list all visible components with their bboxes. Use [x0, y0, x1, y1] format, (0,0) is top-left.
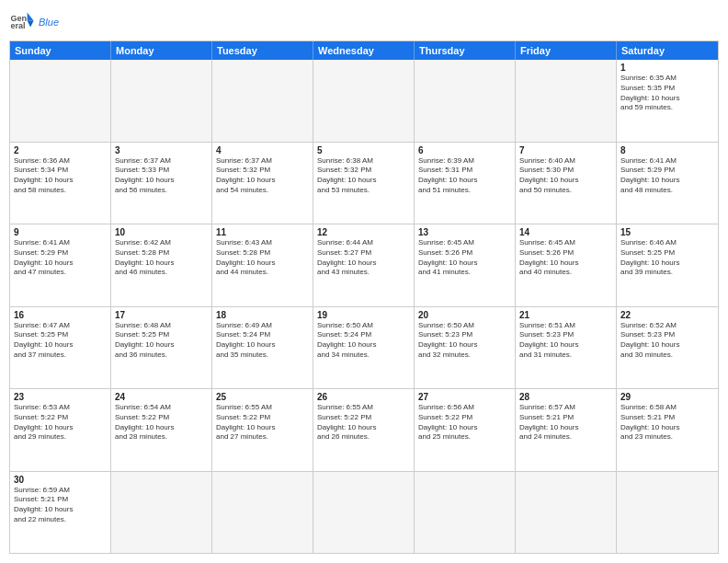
day-info: Sunrise: 6:58 AM Sunset: 5:21 PM Dayligh… [620, 403, 714, 442]
day-number: 17 [115, 310, 208, 320]
day-info: Sunrise: 6:52 AM Sunset: 5:23 PM Dayligh… [620, 321, 714, 361]
day-number: 2 [14, 145, 107, 155]
svg-marker-2 [28, 13, 34, 21]
day-cell-10: 10Sunrise: 6:42 AM Sunset: 5:28 PM Dayli… [111, 224, 212, 306]
day-cell-15: 15Sunrise: 6:46 AM Sunset: 5:25 PM Dayli… [617, 224, 718, 306]
day-number: 9 [14, 227, 107, 237]
header-day-saturday: Saturday [617, 41, 718, 60]
day-info: Sunrise: 6:50 AM Sunset: 5:24 PM Dayligh… [317, 321, 410, 361]
logo-icon: Gen eral [9, 9, 35, 35]
empty-cell [415, 472, 516, 554]
calendar-row-3: 16Sunrise: 6:47 AM Sunset: 5:25 PM Dayli… [10, 307, 718, 390]
day-info: Sunrise: 6:51 AM Sunset: 5:23 PM Dayligh… [519, 321, 612, 361]
day-number: 11 [216, 227, 309, 237]
empty-cell [516, 60, 617, 142]
day-number: 29 [620, 392, 714, 402]
day-info: Sunrise: 6:36 AM Sunset: 5:34 PM Dayligh… [14, 156, 107, 196]
calendar-row-2: 9Sunrise: 6:41 AM Sunset: 5:29 PM Daylig… [10, 224, 718, 307]
day-cell-17: 17Sunrise: 6:48 AM Sunset: 5:25 PM Dayli… [111, 307, 212, 389]
day-number: 25 [216, 392, 309, 402]
day-number: 10 [115, 227, 208, 237]
day-cell-23: 23Sunrise: 6:53 AM Sunset: 5:22 PM Dayli… [10, 389, 111, 471]
day-info: Sunrise: 6:55 AM Sunset: 5:22 PM Dayligh… [317, 403, 410, 442]
day-info: Sunrise: 6:42 AM Sunset: 5:28 PM Dayligh… [115, 238, 208, 278]
day-number: 13 [418, 227, 511, 237]
header-day-wednesday: Wednesday [313, 41, 415, 60]
day-cell-28: 28Sunrise: 6:57 AM Sunset: 5:21 PM Dayli… [516, 389, 617, 471]
day-number: 28 [519, 392, 612, 402]
header-day-monday: Monday [111, 41, 212, 60]
calendar-row-5: 30Sunrise: 6:59 AM Sunset: 5:21 PM Dayli… [10, 472, 718, 554]
day-cell-12: 12Sunrise: 6:44 AM Sunset: 5:27 PM Dayli… [313, 224, 415, 306]
day-info: Sunrise: 6:44 AM Sunset: 5:27 PM Dayligh… [317, 238, 410, 278]
day-number: 8 [620, 145, 714, 155]
svg-marker-3 [28, 21, 34, 28]
day-number: 1 [620, 63, 714, 73]
empty-cell [10, 60, 111, 142]
header-day-tuesday: Tuesday [212, 41, 313, 60]
day-info: Sunrise: 6:49 AM Sunset: 5:24 PM Dayligh… [216, 321, 309, 361]
day-cell-29: 29Sunrise: 6:58 AM Sunset: 5:21 PM Dayli… [617, 389, 718, 471]
day-info: Sunrise: 6:43 AM Sunset: 5:28 PM Dayligh… [216, 238, 309, 278]
day-number: 16 [14, 310, 107, 320]
svg-text:eral: eral [10, 21, 25, 30]
day-info: Sunrise: 6:53 AM Sunset: 5:22 PM Dayligh… [14, 403, 107, 442]
day-cell-20: 20Sunrise: 6:50 AM Sunset: 5:23 PM Dayli… [415, 307, 516, 389]
day-number: 21 [519, 310, 612, 320]
day-cell-22: 22Sunrise: 6:52 AM Sunset: 5:23 PM Dayli… [617, 307, 718, 389]
day-info: Sunrise: 6:56 AM Sunset: 5:22 PM Dayligh… [418, 403, 511, 442]
day-info: Sunrise: 6:38 AM Sunset: 5:32 PM Dayligh… [317, 156, 410, 196]
day-info: Sunrise: 6:39 AM Sunset: 5:31 PM Dayligh… [418, 156, 511, 196]
day-info: Sunrise: 6:57 AM Sunset: 5:21 PM Dayligh… [519, 403, 612, 442]
day-number: 23 [14, 392, 107, 402]
day-info: Sunrise: 6:35 AM Sunset: 5:35 PM Dayligh… [620, 74, 714, 113]
day-number: 14 [519, 227, 612, 237]
day-number: 12 [317, 227, 410, 237]
logo: Gen eral Blue [9, 9, 59, 35]
day-cell-8: 8Sunrise: 6:41 AM Sunset: 5:29 PM Daylig… [617, 143, 718, 224]
calendar-header: SundayMondayTuesdayWednesdayThursdayFrid… [10, 41, 718, 60]
day-cell-9: 9Sunrise: 6:41 AM Sunset: 5:29 PM Daylig… [10, 224, 111, 306]
calendar-row-1: 2Sunrise: 6:36 AM Sunset: 5:34 PM Daylig… [10, 143, 718, 225]
day-info: Sunrise: 6:47 AM Sunset: 5:25 PM Dayligh… [14, 321, 107, 361]
day-info: Sunrise: 6:45 AM Sunset: 5:26 PM Dayligh… [418, 238, 511, 278]
day-number: 7 [519, 145, 612, 155]
empty-cell [516, 472, 617, 554]
day-number: 18 [216, 310, 309, 320]
day-number: 24 [115, 392, 208, 402]
day-cell-1: 1Sunrise: 6:35 AM Sunset: 5:35 PM Daylig… [617, 60, 718, 142]
day-number: 22 [620, 310, 714, 320]
day-number: 20 [418, 310, 511, 320]
header-day-sunday: Sunday [10, 41, 111, 60]
calendar-row-0: 1Sunrise: 6:35 AM Sunset: 5:35 PM Daylig… [10, 60, 718, 143]
day-number: 5 [317, 145, 410, 155]
day-cell-30: 30Sunrise: 6:59 AM Sunset: 5:21 PM Dayli… [10, 472, 111, 554]
header-day-friday: Friday [516, 41, 617, 60]
day-cell-26: 26Sunrise: 6:55 AM Sunset: 5:22 PM Dayli… [313, 389, 415, 471]
empty-cell [212, 60, 313, 142]
day-cell-6: 6Sunrise: 6:39 AM Sunset: 5:31 PM Daylig… [415, 143, 516, 224]
day-info: Sunrise: 6:55 AM Sunset: 5:22 PM Dayligh… [216, 403, 309, 442]
day-info: Sunrise: 6:48 AM Sunset: 5:25 PM Dayligh… [115, 321, 208, 361]
day-cell-18: 18Sunrise: 6:49 AM Sunset: 5:24 PM Dayli… [212, 307, 313, 389]
day-cell-2: 2Sunrise: 6:36 AM Sunset: 5:34 PM Daylig… [10, 143, 111, 224]
empty-cell [313, 472, 415, 554]
empty-cell [111, 60, 212, 142]
day-number: 30 [14, 475, 107, 485]
day-cell-24: 24Sunrise: 6:54 AM Sunset: 5:22 PM Dayli… [111, 389, 212, 471]
day-info: Sunrise: 6:46 AM Sunset: 5:25 PM Dayligh… [620, 238, 714, 278]
day-number: 4 [216, 145, 309, 155]
day-cell-27: 27Sunrise: 6:56 AM Sunset: 5:22 PM Dayli… [415, 389, 516, 471]
day-number: 15 [620, 227, 714, 237]
empty-cell [212, 472, 313, 554]
empty-cell [313, 60, 415, 142]
logo-tagline: Blue [39, 17, 59, 28]
day-number: 26 [317, 392, 410, 402]
day-cell-7: 7Sunrise: 6:40 AM Sunset: 5:30 PM Daylig… [516, 143, 617, 224]
day-number: 6 [418, 145, 511, 155]
day-cell-3: 3Sunrise: 6:37 AM Sunset: 5:33 PM Daylig… [111, 143, 212, 224]
day-cell-16: 16Sunrise: 6:47 AM Sunset: 5:25 PM Dayli… [10, 307, 111, 389]
day-cell-4: 4Sunrise: 6:37 AM Sunset: 5:32 PM Daylig… [212, 143, 313, 224]
day-cell-14: 14Sunrise: 6:45 AM Sunset: 5:26 PM Dayli… [516, 224, 617, 306]
empty-cell [415, 60, 516, 142]
